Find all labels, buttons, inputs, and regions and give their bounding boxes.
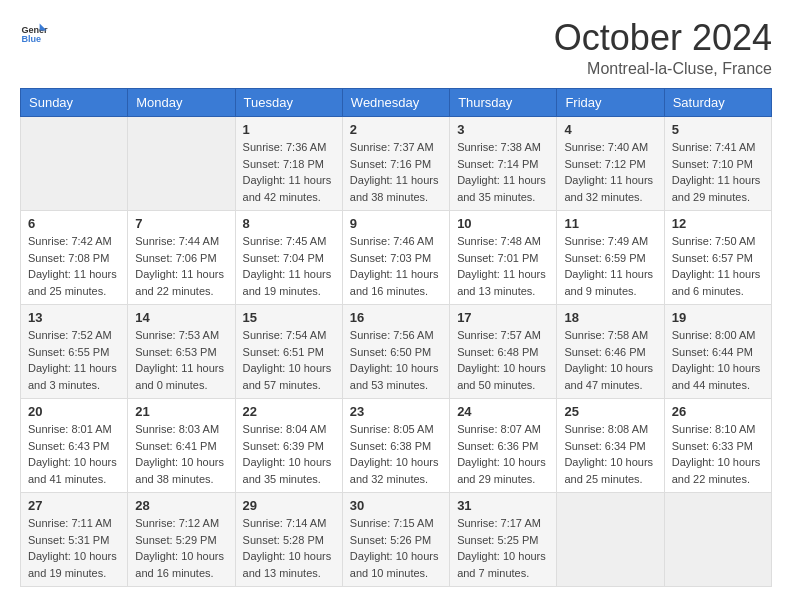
calendar-day-cell: 15Sunrise: 7:54 AMSunset: 6:51 PMDayligh… — [235, 305, 342, 399]
calendar-week-row: 20Sunrise: 8:01 AMSunset: 6:43 PMDayligh… — [21, 399, 772, 493]
calendar-day-cell — [21, 117, 128, 211]
day-number: 15 — [243, 310, 335, 325]
day-info: Sunrise: 7:42 AMSunset: 7:08 PMDaylight:… — [28, 233, 120, 299]
day-number: 7 — [135, 216, 227, 231]
day-number: 24 — [457, 404, 549, 419]
calendar-day-cell: 22Sunrise: 8:04 AMSunset: 6:39 PMDayligh… — [235, 399, 342, 493]
day-number: 3 — [457, 122, 549, 137]
calendar-day-cell: 28Sunrise: 7:12 AMSunset: 5:29 PMDayligh… — [128, 493, 235, 587]
calendar-day-cell: 21Sunrise: 8:03 AMSunset: 6:41 PMDayligh… — [128, 399, 235, 493]
calendar-day-cell: 9Sunrise: 7:46 AMSunset: 7:03 PMDaylight… — [342, 211, 449, 305]
calendar-day-cell: 11Sunrise: 7:49 AMSunset: 6:59 PMDayligh… — [557, 211, 664, 305]
day-number: 10 — [457, 216, 549, 231]
calendar-day-cell: 19Sunrise: 8:00 AMSunset: 6:44 PMDayligh… — [664, 305, 771, 399]
day-number: 18 — [564, 310, 656, 325]
day-info: Sunrise: 7:40 AMSunset: 7:12 PMDaylight:… — [564, 139, 656, 205]
day-info: Sunrise: 8:04 AMSunset: 6:39 PMDaylight:… — [243, 421, 335, 487]
day-number: 25 — [564, 404, 656, 419]
day-number: 2 — [350, 122, 442, 137]
day-info: Sunrise: 7:58 AMSunset: 6:46 PMDaylight:… — [564, 327, 656, 393]
day-info: Sunrise: 8:00 AMSunset: 6:44 PMDaylight:… — [672, 327, 764, 393]
calendar-day-cell: 20Sunrise: 8:01 AMSunset: 6:43 PMDayligh… — [21, 399, 128, 493]
month-title: October 2024 — [554, 20, 772, 56]
day-number: 6 — [28, 216, 120, 231]
logo: General Blue — [20, 20, 48, 48]
day-info: Sunrise: 7:45 AMSunset: 7:04 PMDaylight:… — [243, 233, 335, 299]
day-number: 19 — [672, 310, 764, 325]
calendar-day-cell: 6Sunrise: 7:42 AMSunset: 7:08 PMDaylight… — [21, 211, 128, 305]
day-info: Sunrise: 7:53 AMSunset: 6:53 PMDaylight:… — [135, 327, 227, 393]
day-info: Sunrise: 7:46 AMSunset: 7:03 PMDaylight:… — [350, 233, 442, 299]
col-sunday: Sunday — [21, 89, 128, 117]
day-info: Sunrise: 7:54 AMSunset: 6:51 PMDaylight:… — [243, 327, 335, 393]
day-number: 28 — [135, 498, 227, 513]
col-wednesday: Wednesday — [342, 89, 449, 117]
day-info: Sunrise: 7:52 AMSunset: 6:55 PMDaylight:… — [28, 327, 120, 393]
calendar-week-row: 27Sunrise: 7:11 AMSunset: 5:31 PMDayligh… — [21, 493, 772, 587]
location-subtitle: Montreal-la-Cluse, France — [554, 60, 772, 78]
day-number: 13 — [28, 310, 120, 325]
day-info: Sunrise: 8:07 AMSunset: 6:36 PMDaylight:… — [457, 421, 549, 487]
calendar-day-cell: 17Sunrise: 7:57 AMSunset: 6:48 PMDayligh… — [450, 305, 557, 399]
day-info: Sunrise: 7:50 AMSunset: 6:57 PMDaylight:… — [672, 233, 764, 299]
title-section: October 2024 Montreal-la-Cluse, France — [554, 20, 772, 78]
calendar-day-cell: 27Sunrise: 7:11 AMSunset: 5:31 PMDayligh… — [21, 493, 128, 587]
calendar-day-cell: 7Sunrise: 7:44 AMSunset: 7:06 PMDaylight… — [128, 211, 235, 305]
calendar-day-cell: 16Sunrise: 7:56 AMSunset: 6:50 PMDayligh… — [342, 305, 449, 399]
day-number: 11 — [564, 216, 656, 231]
day-info: Sunrise: 7:17 AMSunset: 5:25 PMDaylight:… — [457, 515, 549, 581]
col-monday: Monday — [128, 89, 235, 117]
svg-text:Blue: Blue — [21, 34, 41, 44]
calendar-week-row: 6Sunrise: 7:42 AMSunset: 7:08 PMDaylight… — [21, 211, 772, 305]
day-number: 31 — [457, 498, 549, 513]
calendar-day-cell — [557, 493, 664, 587]
calendar-day-cell: 25Sunrise: 8:08 AMSunset: 6:34 PMDayligh… — [557, 399, 664, 493]
calendar-day-cell: 14Sunrise: 7:53 AMSunset: 6:53 PMDayligh… — [128, 305, 235, 399]
calendar-day-cell: 2Sunrise: 7:37 AMSunset: 7:16 PMDaylight… — [342, 117, 449, 211]
day-number: 9 — [350, 216, 442, 231]
day-info: Sunrise: 7:37 AMSunset: 7:16 PMDaylight:… — [350, 139, 442, 205]
calendar-day-cell: 31Sunrise: 7:17 AMSunset: 5:25 PMDayligh… — [450, 493, 557, 587]
calendar-day-cell: 29Sunrise: 7:14 AMSunset: 5:28 PMDayligh… — [235, 493, 342, 587]
day-number: 21 — [135, 404, 227, 419]
day-number: 22 — [243, 404, 335, 419]
day-info: Sunrise: 8:01 AMSunset: 6:43 PMDaylight:… — [28, 421, 120, 487]
day-info: Sunrise: 8:05 AMSunset: 6:38 PMDaylight:… — [350, 421, 442, 487]
day-info: Sunrise: 7:12 AMSunset: 5:29 PMDaylight:… — [135, 515, 227, 581]
day-number: 17 — [457, 310, 549, 325]
calendar-day-cell — [128, 117, 235, 211]
calendar-week-row: 1Sunrise: 7:36 AMSunset: 7:18 PMDaylight… — [21, 117, 772, 211]
day-number: 30 — [350, 498, 442, 513]
calendar-day-cell: 1Sunrise: 7:36 AMSunset: 7:18 PMDaylight… — [235, 117, 342, 211]
day-number: 4 — [564, 122, 656, 137]
page-header: General Blue October 2024 Montreal-la-Cl… — [20, 20, 772, 78]
day-info: Sunrise: 7:11 AMSunset: 5:31 PMDaylight:… — [28, 515, 120, 581]
day-info: Sunrise: 7:41 AMSunset: 7:10 PMDaylight:… — [672, 139, 764, 205]
calendar-day-cell: 30Sunrise: 7:15 AMSunset: 5:26 PMDayligh… — [342, 493, 449, 587]
day-info: Sunrise: 7:36 AMSunset: 7:18 PMDaylight:… — [243, 139, 335, 205]
calendar-day-cell: 3Sunrise: 7:38 AMSunset: 7:14 PMDaylight… — [450, 117, 557, 211]
calendar-table: Sunday Monday Tuesday Wednesday Thursday… — [20, 88, 772, 587]
weekday-header-row: Sunday Monday Tuesday Wednesday Thursday… — [21, 89, 772, 117]
col-friday: Friday — [557, 89, 664, 117]
day-info: Sunrise: 7:48 AMSunset: 7:01 PMDaylight:… — [457, 233, 549, 299]
day-info: Sunrise: 7:49 AMSunset: 6:59 PMDaylight:… — [564, 233, 656, 299]
calendar-day-cell: 12Sunrise: 7:50 AMSunset: 6:57 PMDayligh… — [664, 211, 771, 305]
calendar-day-cell: 13Sunrise: 7:52 AMSunset: 6:55 PMDayligh… — [21, 305, 128, 399]
calendar-day-cell: 8Sunrise: 7:45 AMSunset: 7:04 PMDaylight… — [235, 211, 342, 305]
day-number: 23 — [350, 404, 442, 419]
day-info: Sunrise: 8:08 AMSunset: 6:34 PMDaylight:… — [564, 421, 656, 487]
day-info: Sunrise: 7:44 AMSunset: 7:06 PMDaylight:… — [135, 233, 227, 299]
calendar-day-cell: 5Sunrise: 7:41 AMSunset: 7:10 PMDaylight… — [664, 117, 771, 211]
calendar-day-cell — [664, 493, 771, 587]
calendar-day-cell: 24Sunrise: 8:07 AMSunset: 6:36 PMDayligh… — [450, 399, 557, 493]
logo-icon: General Blue — [20, 20, 48, 48]
calendar-day-cell: 10Sunrise: 7:48 AMSunset: 7:01 PMDayligh… — [450, 211, 557, 305]
day-number: 26 — [672, 404, 764, 419]
day-number: 14 — [135, 310, 227, 325]
calendar-day-cell: 26Sunrise: 8:10 AMSunset: 6:33 PMDayligh… — [664, 399, 771, 493]
calendar-day-cell: 23Sunrise: 8:05 AMSunset: 6:38 PMDayligh… — [342, 399, 449, 493]
day-number: 20 — [28, 404, 120, 419]
day-info: Sunrise: 8:10 AMSunset: 6:33 PMDaylight:… — [672, 421, 764, 487]
col-saturday: Saturday — [664, 89, 771, 117]
